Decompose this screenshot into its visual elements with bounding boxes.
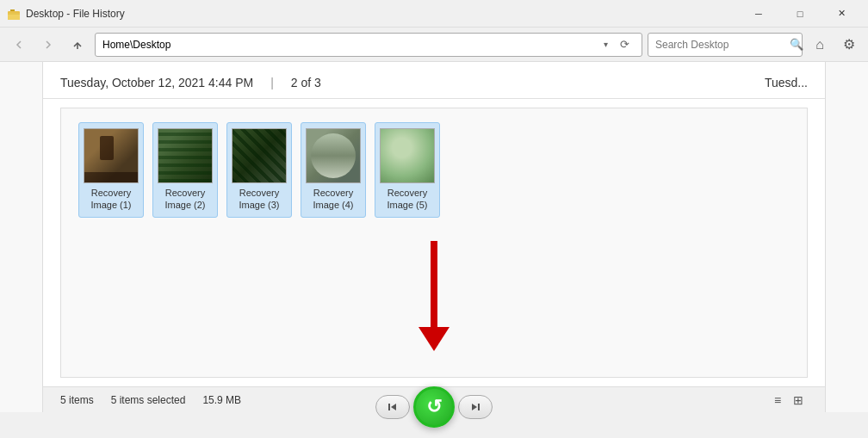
file-thumbnail bbox=[158, 128, 213, 183]
file-item[interactable]: Recovery Image (3) bbox=[226, 122, 292, 218]
search-icon: 🔍 bbox=[790, 38, 803, 51]
file-thumbnail bbox=[232, 128, 287, 183]
playback-controls bbox=[375, 386, 493, 428]
left-sidebar-strip bbox=[0, 62, 43, 412]
right-sidebar-strip bbox=[825, 62, 868, 412]
history-separator: | bbox=[270, 76, 274, 89]
file-thumbnail bbox=[84, 128, 139, 183]
window-controls: ─ □ ✕ bbox=[739, 0, 861, 28]
item-count: 5 items bbox=[60, 394, 94, 406]
title-bar: Desktop - File History ─ □ ✕ bbox=[0, 0, 868, 28]
home-button[interactable]: ⌂ bbox=[808, 33, 832, 57]
skip-forward-button[interactable] bbox=[458, 395, 493, 419]
skip-back-button[interactable] bbox=[375, 395, 410, 419]
search-input[interactable] bbox=[655, 39, 784, 51]
file-size: 15.9 MB bbox=[202, 394, 241, 406]
grid-view-button[interactable]: ⊞ bbox=[789, 391, 808, 410]
refresh-button[interactable]: ⟳ bbox=[614, 34, 635, 55]
file-thumbnail bbox=[306, 128, 361, 183]
file-label: Recovery Image (4) bbox=[307, 187, 360, 212]
minimize-button[interactable]: ─ bbox=[739, 0, 778, 28]
file-label: Recovery Image (3) bbox=[232, 187, 286, 212]
forward-button[interactable] bbox=[36, 33, 60, 57]
restore-button[interactable] bbox=[413, 386, 455, 428]
up-button[interactable] bbox=[65, 33, 90, 57]
file-label: Recovery Image (1) bbox=[84, 187, 138, 212]
window-title: Desktop - File History bbox=[26, 8, 739, 20]
file-label: Recovery Image (5) bbox=[381, 187, 434, 212]
address-input[interactable] bbox=[102, 39, 597, 51]
file-label: Recovery Image (2) bbox=[158, 187, 212, 212]
file-thumbnail bbox=[380, 128, 435, 183]
address-input-wrapper: ▾ ⟳ bbox=[95, 33, 642, 57]
main-area: Tuesday, October 12, 2021 4:44 PM | 2 of… bbox=[0, 62, 868, 412]
selected-info: 5 items selected bbox=[111, 394, 186, 406]
history-date-right: Tuesd... bbox=[765, 76, 808, 89]
address-bar: ▾ ⟳ 🔍 ⌂ ⚙ bbox=[0, 28, 868, 62]
app-icon bbox=[7, 7, 21, 21]
file-item[interactable]: Recovery Image (2) bbox=[152, 122, 218, 218]
file-grid: Recovery Image (1) Recovery Image (2) Re… bbox=[60, 108, 808, 378]
close-button[interactable]: ✕ bbox=[822, 0, 861, 28]
history-date: Tuesday, October 12, 2021 4:44 PM bbox=[60, 76, 253, 89]
svg-rect-3 bbox=[478, 404, 480, 410]
search-wrapper: 🔍 bbox=[648, 33, 803, 57]
address-dropdown-button[interactable]: ▾ bbox=[597, 34, 614, 55]
file-item[interactable]: Recovery Image (4) bbox=[301, 122, 366, 218]
history-header: Tuesday, October 12, 2021 4:44 PM | 2 of… bbox=[43, 62, 825, 99]
file-item[interactable]: Recovery Image (5) bbox=[375, 122, 440, 218]
content-panel: Tuesday, October 12, 2021 4:44 PM | 2 of… bbox=[43, 62, 825, 412]
list-view-button[interactable]: ≡ bbox=[768, 391, 787, 410]
back-button[interactable] bbox=[7, 33, 31, 57]
history-count: 2 of 3 bbox=[291, 76, 321, 89]
svg-rect-2 bbox=[388, 404, 390, 410]
settings-button[interactable]: ⚙ bbox=[837, 33, 861, 57]
view-controls: ≡ ⊞ bbox=[768, 391, 808, 410]
file-item[interactable]: Recovery Image (1) bbox=[78, 122, 144, 218]
maximize-button[interactable]: □ bbox=[780, 0, 820, 28]
